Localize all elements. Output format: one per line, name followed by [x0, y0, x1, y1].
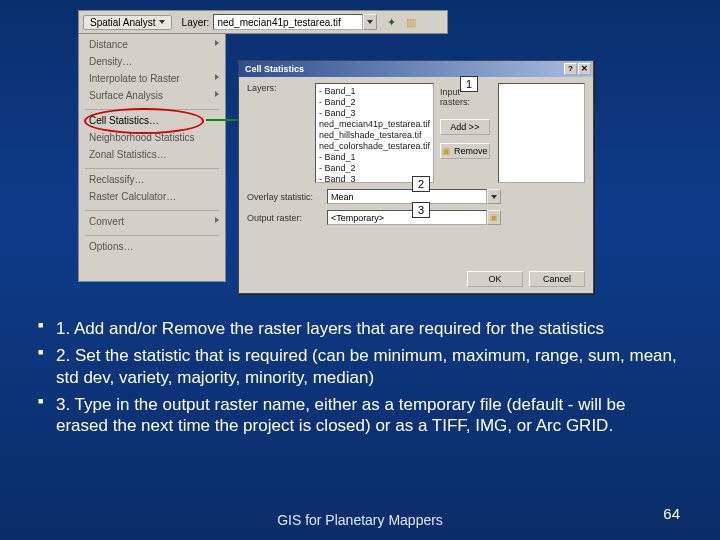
bullet-item: 3. Type in the output raster name, eithe… [38, 394, 678, 437]
overlay-stat-select[interactable]: Mean [327, 189, 487, 204]
menu-separator [85, 165, 219, 169]
page-number: 64 [663, 505, 680, 522]
input-rasters-listbox[interactable] [498, 83, 585, 183]
remove-button[interactable]: ▣ Remove [440, 143, 490, 159]
list-item[interactable]: - Band_1 [319, 152, 430, 163]
histogram-tool-icon[interactable]: ▥ [403, 14, 419, 30]
close-button[interactable]: ✕ [578, 63, 591, 75]
chevron-right-icon [215, 91, 219, 97]
dialog-titlebar: Cell Statistics ? ✕ [239, 61, 593, 77]
menu-item-interpolate[interactable]: Interpolate to Raster [79, 70, 225, 87]
list-item[interactable]: - Band_1 [319, 86, 430, 97]
chevron-right-icon [215, 40, 219, 46]
folder-icon: ▣ [490, 213, 498, 222]
output-raster-label: Output raster: [247, 213, 327, 223]
spatial-analyst-label: Spatial Analyst [90, 17, 156, 28]
list-item[interactable]: - Band_2 [319, 163, 430, 174]
menu-item-reclassify[interactable]: Reclassify… [79, 171, 225, 188]
chevron-right-icon [215, 217, 219, 223]
bullet-item: 1. Add and/or Remove the raster layers t… [38, 318, 678, 339]
remove-label: Remove [454, 144, 488, 158]
menu-separator [85, 232, 219, 236]
chevron-down-icon [367, 20, 373, 24]
menu-item-density[interactable]: Density… [79, 53, 225, 70]
list-item[interactable]: ned_hillshade_testarea.tif [319, 130, 430, 141]
layers-listbox[interactable]: - Band_1 - Band_2 - Band_3 ned_mecian41p… [315, 83, 434, 183]
menu-label: Zonal Statistics… [89, 149, 167, 160]
screenshot-area: Spatial Analyst Layer: ned_mecian41p_tes… [78, 10, 598, 298]
menu-label: Surface Analysis [89, 90, 163, 101]
menu-item-distance[interactable]: Distance [79, 36, 225, 53]
output-browse-button[interactable]: ▣ [487, 210, 501, 225]
menu-item-neighborhood[interactable]: Neighborhood Statistics [79, 129, 225, 146]
callout-3: 3 [412, 202, 430, 218]
chevron-right-icon [215, 74, 219, 80]
help-button[interactable]: ? [564, 63, 577, 75]
callout-2: 2 [412, 176, 430, 192]
spatial-analyst-menu: Distance Density… Interpolate to Raster … [78, 34, 226, 282]
ok-label: OK [488, 272, 501, 286]
cancel-label: Cancel [543, 272, 571, 286]
callout-1: 1 [460, 76, 478, 92]
menu-item-cell-statistics[interactable]: Cell Statistics… [79, 112, 225, 129]
layer-label: Layer: [182, 17, 210, 28]
menu-label: Convert [89, 216, 124, 227]
layer-select[interactable]: ned_mecian41p_testarea.tif [213, 14, 363, 30]
menu-item-zonal[interactable]: Zonal Statistics… [79, 146, 225, 163]
menu-label: Raster Calculator… [89, 191, 176, 202]
menu-separator [85, 207, 219, 211]
dialog-title: Cell Statistics [245, 64, 304, 74]
cancel-button[interactable]: Cancel [529, 271, 585, 287]
menu-label: Interpolate to Raster [89, 73, 180, 84]
bullet-item: 2. Set the statistic that is required (c… [38, 345, 678, 388]
add-button[interactable]: Add >> [440, 119, 490, 135]
overlay-stat-label: Overlay statistic: [247, 192, 327, 202]
list-item[interactable]: ned_mecian41p_testarea.tif [319, 119, 430, 130]
ok-button[interactable]: OK [467, 271, 523, 287]
menu-label: Distance [89, 39, 128, 50]
menu-item-options[interactable]: Options… [79, 238, 225, 255]
menu-item-convert[interactable]: Convert [79, 213, 225, 230]
output-raster-value: <Temporary> [331, 213, 384, 223]
folder-icon: ▣ [442, 144, 451, 158]
overlay-stat-dropdown[interactable] [487, 189, 501, 204]
menu-label: Density… [89, 56, 132, 67]
bullet-list: 1. Add and/or Remove the raster layers t… [38, 318, 678, 442]
menu-label: Neighborhood Statistics [89, 132, 195, 143]
layer-dropdown-button[interactable] [363, 14, 377, 30]
layers-label: Layers: [247, 83, 315, 93]
footer-text: GIS for Planetary Mappers [0, 512, 720, 528]
chevron-down-icon [159, 20, 165, 24]
menu-item-surface[interactable]: Surface Analysis [79, 87, 225, 104]
menu-label: Reclassify… [89, 174, 145, 185]
overlay-stat-value: Mean [331, 192, 354, 202]
list-item[interactable]: - Band_3 [319, 108, 430, 119]
menu-label: Options… [89, 241, 133, 252]
add-label: Add >> [450, 120, 479, 134]
spatial-analyst-menu-button[interactable]: Spatial Analyst [83, 15, 172, 30]
toolbar: Spatial Analyst Layer: ned_mecian41p_tes… [78, 10, 448, 34]
list-item[interactable]: - Band_2 [319, 97, 430, 108]
contour-tool-icon[interactable]: ✦ [383, 14, 399, 30]
layer-value: ned_mecian41p_testarea.tif [217, 15, 340, 30]
output-raster-input[interactable]: <Temporary> [327, 210, 487, 225]
menu-separator [85, 106, 219, 110]
menu-label: Cell Statistics… [89, 115, 159, 126]
menu-item-raster-calculator[interactable]: Raster Calculator… [79, 188, 225, 205]
list-item[interactable]: ned_colorshade_testarea.tif [319, 141, 430, 152]
chevron-down-icon [491, 195, 497, 199]
